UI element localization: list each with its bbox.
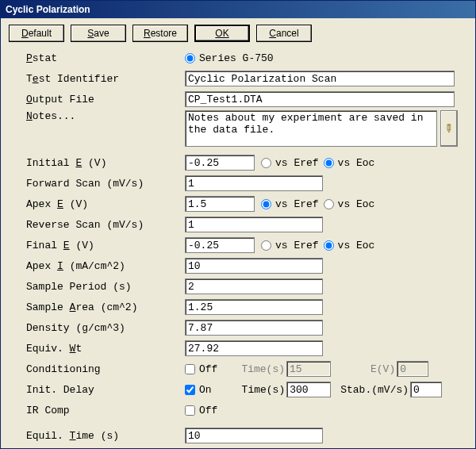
cancel-button[interactable]: Cancel	[256, 25, 312, 42]
row-equiv-wt: Equiv. Wt	[9, 339, 467, 358]
apex-e-vs-eref-radio[interactable]	[261, 199, 271, 209]
apex-e-vs-eoc[interactable]: vs Eoc	[324, 198, 375, 210]
equiv-wt-input[interactable]	[185, 340, 323, 356]
form: Pstat Series G-750 Test Identifier Outpu…	[1, 45, 475, 449]
row-test-id: Test Identifier	[9, 69, 467, 88]
btn-lbl: ancel	[276, 28, 299, 39]
cond-ev-input	[397, 361, 428, 377]
label-init-delay: Init. Delay	[9, 384, 185, 396]
row-apex-i: Apex I (mA/cm^2)	[9, 256, 467, 275]
save-button[interactable]: Save	[71, 25, 126, 42]
cond-time-input	[286, 361, 331, 377]
ir-comp-checkbox[interactable]	[185, 405, 195, 416]
label-pstat: Pstat	[9, 52, 185, 64]
row-sample-area: Sample Area (cm^2)	[9, 297, 467, 317]
label-conditioning: Conditioning	[9, 363, 185, 375]
sample-area-input[interactable]	[185, 299, 323, 315]
ir-comp-check[interactable]: Off	[185, 405, 217, 416]
label-ir-comp: IR Comp	[9, 405, 185, 416]
apex-i-input[interactable]	[185, 258, 323, 274]
label-final-e: Final E (V)	[9, 240, 185, 251]
conditioning-state: Off	[199, 363, 217, 375]
sample-period-input[interactable]	[185, 278, 323, 294]
output-file-input[interactable]	[185, 91, 455, 107]
btn-lbl: ave	[94, 28, 109, 39]
row-output-file: Output File	[9, 90, 467, 109]
final-e-vs-eref[interactable]: vs Eref	[261, 240, 319, 251]
initdelay-stab-input[interactable]	[410, 382, 442, 397]
initial-e-vs-eref[interactable]: vs Eref	[261, 157, 319, 169]
row-pstat: Pstat Series G-750	[9, 48, 467, 67]
forward-scan-input[interactable]	[185, 175, 323, 191]
row-final-e: Final E (V) vs Eref vs Eoc	[9, 236, 467, 255]
row-conditioning: Conditioning Off Time(s) E(V)	[9, 359, 467, 378]
conditioning-checkbox[interactable]	[185, 364, 195, 374]
btn-lbl: estore	[151, 28, 177, 39]
label-equil-time: Equil. Time (s)	[9, 430, 185, 442]
notes-edit-button[interactable]: ✎	[440, 110, 458, 147]
conditioning-check[interactable]: Off	[185, 363, 217, 375]
ir-comp-state: Off	[199, 405, 217, 416]
label-density: Density (g/cm^3)	[9, 322, 185, 334]
row-ir-comp: IR Comp Off	[9, 401, 467, 420]
reverse-scan-input[interactable]	[185, 217, 323, 232]
row-notes: Notes... ✎	[9, 110, 467, 147]
window: Cyclic Polarization Default Save Restore…	[0, 0, 476, 449]
toolbar: Default Save Restore OK Cancel	[1, 18, 475, 45]
pstat-option-1-label: Series G-750	[199, 52, 274, 64]
row-forward-scan: Forward Scan (mV/s)	[9, 174, 467, 193]
final-e-vs-eoc-radio[interactable]	[324, 240, 334, 251]
initial-e-vs-eref-radio[interactable]	[261, 158, 271, 168]
init-delay-checkbox[interactable]	[185, 385, 195, 395]
label-sample-period: Sample Period (s)	[9, 281, 185, 293]
label-sample-area: Sample Area (cm^2)	[9, 301, 185, 313]
label-initial-e: Initial E (V)	[9, 157, 185, 169]
row-equil-time: Equil. Time (s)	[9, 426, 467, 445]
final-e-input[interactable]	[185, 237, 255, 253]
label-test-id: Test Identifier	[9, 73, 185, 85]
apex-e-input[interactable]	[185, 196, 255, 212]
label-apex-e: Apex E (V)	[9, 198, 185, 210]
label-forward-scan: Forward Scan (mV/s)	[9, 178, 185, 190]
label-notes: Notes...	[9, 110, 185, 122]
notes-textarea[interactable]	[185, 110, 437, 147]
init-delay-check[interactable]: On	[185, 384, 212, 396]
label-equiv-wt: Equiv. Wt	[9, 343, 185, 355]
btn-lbl: OK	[215, 28, 228, 39]
default-button[interactable]: Default	[9, 25, 64, 42]
window-title: Cyclic Polarization	[6, 4, 90, 15]
cond-ev-label: E(V)	[370, 363, 395, 375]
restore-button[interactable]: Restore	[132, 25, 188, 42]
equil-time-input[interactable]	[185, 428, 323, 443]
density-input[interactable]	[185, 320, 323, 336]
label-reverse-scan: Reverse Scan (mV/s)	[9, 219, 185, 231]
pstat-option-1[interactable]: Series G-750	[185, 52, 274, 64]
final-e-vs-eref-radio[interactable]	[261, 240, 271, 251]
pstat-radio-1[interactable]	[185, 53, 195, 63]
final-e-vs-eoc[interactable]: vs Eoc	[324, 240, 375, 251]
initdelay-time-input[interactable]	[286, 382, 331, 397]
test-id-input[interactable]	[185, 71, 455, 86]
row-init-delay: Init. Delay On Time(s) Stab.(mV/s)	[9, 380, 467, 399]
row-apex-e: Apex E (V) vs Eref vs Eoc	[9, 194, 467, 213]
label-output-file: Output File	[9, 94, 185, 106]
pencil-icon: ✎	[441, 121, 457, 136]
label-apex-i: Apex I (mA/cm^2)	[9, 260, 185, 272]
initdelay-stab-label: Stab.(mV/s)	[340, 384, 409, 396]
apex-e-vs-eref[interactable]: vs Eref	[261, 198, 319, 210]
initial-e-vs-eoc[interactable]: vs Eoc	[324, 157, 375, 169]
initial-e-vs-eoc-radio[interactable]	[324, 158, 334, 168]
init-delay-state: On	[199, 384, 212, 396]
row-reverse-scan: Reverse Scan (mV/s)	[9, 215, 467, 234]
initdelay-time-label: Time(s)	[242, 384, 286, 396]
row-initial-e: Initial E (V) vs Eref vs Eoc	[9, 153, 467, 172]
row-sample-period: Sample Period (s)	[9, 277, 467, 296]
titlebar: Cyclic Polarization	[1, 1, 475, 18]
cond-time-label: Time(s)	[241, 363, 285, 375]
ok-button[interactable]: OK	[194, 25, 250, 42]
initial-e-input[interactable]	[185, 155, 255, 171]
row-density: Density (g/cm^3)	[9, 318, 467, 337]
btn-lbl: efault	[29, 28, 52, 39]
apex-e-vs-eoc-radio[interactable]	[324, 199, 334, 209]
